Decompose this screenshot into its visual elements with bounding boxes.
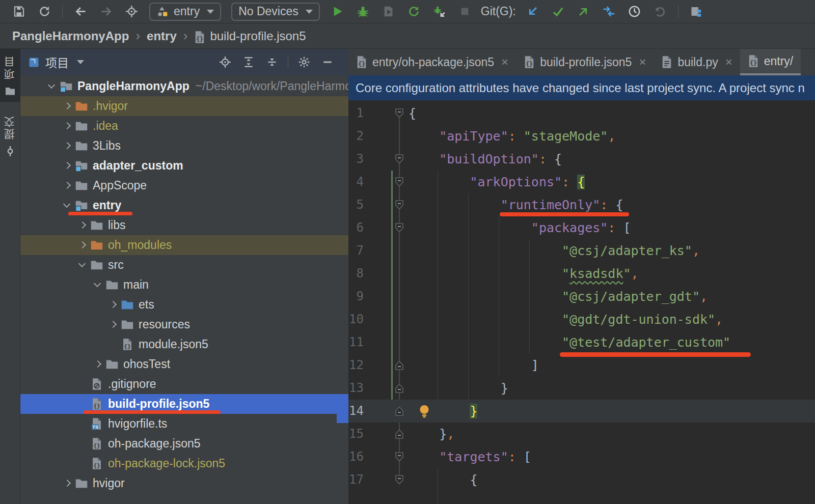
tree-item-src[interactable]: src bbox=[20, 255, 348, 275]
locate-icon[interactable] bbox=[216, 54, 234, 70]
forward-icon[interactable] bbox=[97, 4, 115, 19]
chevron-right-icon[interactable] bbox=[61, 160, 73, 172]
settings-icon[interactable] bbox=[295, 54, 313, 70]
toolbar-left-group bbox=[6, 4, 144, 19]
fold-region-start-icon[interactable] bbox=[394, 200, 404, 210]
expand-all-icon[interactable] bbox=[240, 54, 257, 70]
chevron-down-icon[interactable] bbox=[46, 80, 58, 93]
tree-item-oh_modules[interactable]: oh_modules bbox=[20, 235, 348, 255]
tree-item-module.json5[interactable]: {}module.json5 bbox=[20, 334, 348, 354]
tree-item-.idea[interactable]: .idea bbox=[20, 116, 348, 136]
chevron-right-icon[interactable] bbox=[107, 299, 119, 311]
stop-icon[interactable] bbox=[456, 4, 474, 19]
tree-item-main[interactable]: main bbox=[20, 275, 348, 295]
chevron-down-icon[interactable] bbox=[92, 279, 104, 291]
chevron-right-icon[interactable] bbox=[61, 478, 73, 490]
device-selector[interactable]: No Devices bbox=[231, 3, 320, 21]
line-number: 5 bbox=[348, 193, 364, 216]
editor-tab-build-profile.json5[interactable]: {}build-profile.json5× bbox=[516, 49, 654, 75]
chevron-right-icon[interactable] bbox=[76, 239, 89, 251]
code-area[interactable]: 1{2 "apiType": "stageMode",3 "buildOptio… bbox=[348, 100, 815, 504]
breadcrumb-item[interactable]: entry bbox=[147, 29, 177, 43]
line-number: 8 bbox=[348, 262, 364, 285]
tree-item-oh-package-lock.json5[interactable]: {}oh-package-lock.json5 bbox=[20, 454, 348, 473]
fold-region-end-icon[interactable] bbox=[394, 360, 404, 371]
json5-icon: {} bbox=[90, 457, 103, 470]
tree-item-pangleharmonyapp[interactable]: PangleHarmonyApp~/Desktop/work/PangleHar… bbox=[20, 76, 348, 96]
chevron-right-icon[interactable] bbox=[61, 120, 73, 132]
chevron-right-icon[interactable] bbox=[61, 180, 73, 192]
project-scrollbar-thumb[interactable] bbox=[337, 403, 348, 423]
editor-tab-build.py[interactable]: build.py× bbox=[654, 49, 740, 75]
rollback-icon[interactable] bbox=[651, 4, 669, 19]
rerun-icon[interactable] bbox=[405, 4, 423, 19]
back-icon[interactable] bbox=[72, 4, 89, 19]
push-icon[interactable] bbox=[575, 4, 592, 19]
fold-region-end-icon[interactable] bbox=[394, 383, 404, 394]
breadcrumb-separator: › bbox=[183, 28, 188, 44]
debug-icon[interactable] bbox=[355, 4, 372, 19]
sync-icon[interactable] bbox=[36, 4, 53, 19]
chevron-right-icon[interactable] bbox=[107, 319, 119, 331]
chevron-right-icon[interactable] bbox=[61, 140, 73, 152]
attach-debugger-icon[interactable] bbox=[431, 4, 448, 19]
tree-item-ohostest[interactable]: ohosTest bbox=[20, 354, 348, 374]
fold-region-start-icon[interactable] bbox=[394, 452, 404, 462]
folder-icon bbox=[105, 358, 119, 371]
close-icon[interactable]: × bbox=[639, 55, 646, 69]
stripe-tab-commit[interactable]: 提交 bbox=[0, 109, 20, 162]
fold-region-end-icon[interactable] bbox=[394, 429, 404, 439]
history-icon[interactable] bbox=[626, 4, 643, 19]
merge-icon[interactable] bbox=[601, 4, 618, 19]
tree-item-ets[interactable]: ets bbox=[20, 295, 348, 315]
fold-region-start-icon[interactable] bbox=[394, 108, 404, 119]
module-selector[interactable]: entry bbox=[149, 3, 221, 21]
profiler-icon[interactable] bbox=[380, 4, 397, 19]
locate-icon[interactable] bbox=[123, 4, 140, 19]
commit-icon[interactable] bbox=[550, 4, 567, 19]
chevron-down-icon[interactable] bbox=[76, 259, 89, 271]
changes-icon[interactable] bbox=[688, 4, 705, 19]
chevron-down-icon[interactable] bbox=[61, 200, 73, 212]
breadcrumb-item[interactable]: build-profile.json5 bbox=[210, 29, 306, 43]
fold-region-start-icon[interactable] bbox=[394, 474, 404, 485]
collapse-all-icon[interactable] bbox=[263, 54, 281, 70]
chevron-right-icon[interactable] bbox=[61, 100, 73, 113]
fold-region-start-icon[interactable] bbox=[394, 154, 404, 164]
code-line-8: 8 "ksadsdk", bbox=[348, 262, 815, 285]
tree-item-label: hvigorfile.ts bbox=[108, 417, 167, 431]
fold-region-start-icon[interactable] bbox=[394, 222, 404, 233]
run-icon[interactable] bbox=[329, 4, 346, 19]
tree-item-hvigor[interactable]: hvigor bbox=[20, 473, 348, 493]
save-icon[interactable] bbox=[10, 4, 28, 19]
chevron-right-icon[interactable] bbox=[92, 358, 104, 371]
tree-item-appscope[interactable]: AppScope bbox=[20, 176, 348, 195]
chevron-placeholder bbox=[76, 378, 89, 390]
tree-item-entry[interactable]: entry bbox=[20, 195, 348, 215]
fold-region-end-icon[interactable] bbox=[394, 406, 404, 416]
tree-item-label: adapter_custom bbox=[93, 159, 183, 173]
editor-tab-entry-oh-package.json5[interactable]: {}entry/oh-package.json5× bbox=[348, 49, 516, 75]
tree-item-hvigorfile.ts[interactable]: TShvigorfile.ts bbox=[20, 414, 348, 434]
fold-region-start-icon[interactable] bbox=[394, 177, 404, 187]
editor-tab-entry-[interactable]: {}entry/ bbox=[740, 49, 801, 75]
tree-item-libs[interactable]: libs bbox=[20, 215, 348, 235]
chevron-down-icon[interactable] bbox=[77, 60, 84, 64]
tree-item-.gitignore[interactable]: .gitignore bbox=[20, 374, 348, 394]
close-icon[interactable]: × bbox=[501, 55, 508, 69]
tree-item-label: AppScope bbox=[93, 179, 147, 192]
intention-bulb-icon[interactable] bbox=[417, 403, 432, 419]
tree-item-.hvigor[interactable]: .hvigor bbox=[20, 96, 348, 116]
chevron-right-icon[interactable] bbox=[76, 219, 89, 232]
tree-item-3libs[interactable]: 3Libs bbox=[20, 136, 348, 156]
stripe-tab-project[interactable]: 项目 bbox=[0, 49, 20, 102]
tree-item-oh-package.json5[interactable]: {}oh-package.json5 bbox=[20, 434, 348, 454]
line-number: 3 bbox=[348, 148, 364, 171]
close-icon[interactable]: × bbox=[725, 55, 732, 69]
breadcrumb-item[interactable]: PangleHarmonyApp bbox=[12, 29, 129, 43]
update-icon[interactable] bbox=[524, 4, 541, 19]
tree-item-build-profile.json5[interactable]: {}build-profile.json5 bbox=[20, 394, 348, 414]
tree-item-resources[interactable]: resources bbox=[20, 315, 348, 334]
tree-item-adapter_custom[interactable]: adapter_custom bbox=[20, 156, 348, 176]
hide-icon[interactable] bbox=[319, 54, 336, 70]
